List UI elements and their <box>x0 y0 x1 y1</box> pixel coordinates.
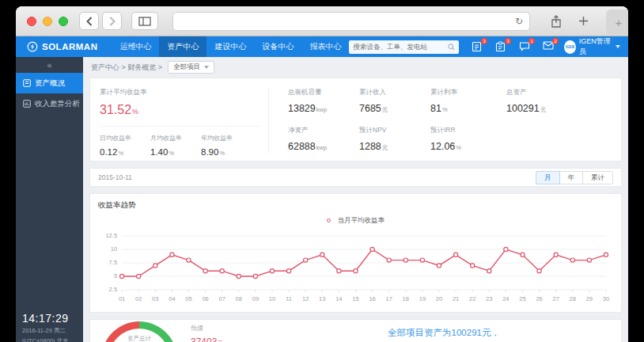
clipboard-icon <box>495 41 506 52</box>
new-tab-button[interactable]: + <box>606 10 628 35</box>
liabilities-block: 负债 37403元 资产 <box>191 324 223 342</box>
avatar: IGEN <box>564 40 576 54</box>
badge-count: 2 <box>552 38 559 44</box>
range-tab[interactable]: 年 <box>559 171 584 184</box>
stat-unit: 元 <box>382 106 388 113</box>
sidebar-item-label: 收入差异分析 <box>35 99 80 109</box>
mail-button[interactable]: 2 <box>543 41 555 52</box>
liabilities-value: 37403元 <box>191 336 223 342</box>
minimize-window-button[interactable] <box>43 17 52 26</box>
sidebar-toggle-button[interactable] <box>131 12 158 30</box>
svg-text:10: 10 <box>269 295 275 302</box>
browser-back-button[interactable] <box>79 12 99 30</box>
badge-count: 1 <box>528 38 535 44</box>
svg-text:2.5: 2.5 <box>109 287 117 294</box>
asset-donut-chart[interactable]: 资产总计 100291元 <box>101 321 177 342</box>
workorder-button[interactable]: 3 <box>495 41 507 52</box>
app-navbar: SOLARMAN 运维中心资产中心建设中心设备中心报表中心 3 3 1 <box>16 36 628 57</box>
close-window-button[interactable] <box>27 17 36 26</box>
stat-value: 81% <box>430 103 506 114</box>
primary-unit: % <box>132 108 138 116</box>
sub-stats-row: 日均收益率 0.12% 月均收益率 1.40% 年均收益率 8.90% <box>100 134 260 157</box>
stat-cell: 预计NPV1288元 <box>359 126 430 159</box>
sidebar-item-asset-overview[interactable]: 资产概况 <box>16 73 83 93</box>
search-icon[interactable] <box>448 44 455 51</box>
share-icon <box>551 15 562 28</box>
report-button[interactable]: 3 <box>472 41 483 52</box>
svg-text:20: 20 <box>436 295 442 302</box>
legend-label: 当月平均收益率 <box>337 216 385 224</box>
legend-marker-icon <box>327 218 331 222</box>
stat-label: 总资产 <box>506 88 612 97</box>
sub-stat-label: 月均收益率 <box>150 134 201 142</box>
date-picker[interactable]: 2015-10-11 <box>98 173 132 181</box>
nav-item[interactable]: 设备中心 <box>254 36 301 57</box>
breadcrumb[interactable]: 资产中心 > 财务概览 > <box>91 63 162 73</box>
clock-date: 2016-11-29 周二 <box>22 327 81 335</box>
address-bar[interactable]: ↻ <box>172 12 530 31</box>
svg-text:14: 14 <box>335 295 342 302</box>
line-chart[interactable]: 12.5107.552.5010203040506070809101112131… <box>98 228 613 310</box>
primary-value: 31.52 <box>100 103 131 116</box>
chart-legend[interactable]: 当月平均收益率 <box>98 213 613 227</box>
browser-forward-button[interactable] <box>102 12 122 30</box>
svg-text:08: 08 <box>236 295 242 302</box>
nav-item[interactable]: 运维中心 <box>112 36 159 57</box>
stat-cell: 累计收入7685元 <box>359 88 430 121</box>
clock-time: 14:17:29 <box>22 312 81 325</box>
stat-label: 累计利率 <box>430 88 506 97</box>
nav-item[interactable]: 资产中心 <box>159 36 206 57</box>
svg-text:30: 30 <box>603 295 609 302</box>
svg-text:27: 27 <box>552 295 559 302</box>
sub-stat-monthly: 月均收益率 1.40% <box>150 134 201 157</box>
share-button[interactable] <box>546 12 566 31</box>
primary-stat-label: 累计平均收益率 <box>100 88 260 97</box>
reload-icon[interactable]: ↻ <box>515 16 523 27</box>
value: 37403 <box>191 336 217 342</box>
liabilities-label: 负债 <box>191 324 223 332</box>
solarman-logo-icon <box>27 41 38 52</box>
nav-item[interactable]: 建设中心 <box>206 36 254 57</box>
svg-text:26: 26 <box>536 295 542 302</box>
svg-text:25: 25 <box>519 295 525 302</box>
badge-count: 3 <box>505 38 511 44</box>
chevron-left-icon <box>86 17 93 26</box>
stat-label: 预计NPV <box>359 126 430 135</box>
project-selector-dropdown[interactable]: 全部项目 <box>168 61 214 74</box>
screen-background: ↻ + SOLARMAN 运维中心资产中心建设中心设备中心报表中心 <box>0 0 644 342</box>
chevron-right-icon <box>109 17 116 26</box>
value: 8.90 <box>201 147 218 157</box>
svg-text:15: 15 <box>352 295 358 302</box>
sidebar-item-income-analysis[interactable]: 收入差异分析 <box>16 93 83 114</box>
nav-item[interactable]: 报表中心 <box>301 36 349 57</box>
brand[interactable]: SOLARMAN <box>27 41 97 52</box>
search-input[interactable] <box>353 43 448 51</box>
plus-icon <box>578 16 589 26</box>
range-tab[interactable]: 累计 <box>582 171 613 184</box>
nav-menu: 运维中心资产中心建设中心设备中心报表中心 <box>112 36 349 57</box>
range-tab[interactable]: 月 <box>536 171 560 184</box>
svg-text:29: 29 <box>586 295 593 302</box>
zoom-window-button[interactable] <box>59 17 68 26</box>
svg-text:04: 04 <box>169 295 175 302</box>
sub-stat-label: 日均收益率 <box>100 134 150 142</box>
svg-text:19: 19 <box>419 295 426 302</box>
svg-text:02: 02 <box>135 295 142 302</box>
range-segmented-control: 月年累计 <box>536 171 613 184</box>
stat-label: 净资产 <box>288 126 359 135</box>
message-button[interactable]: 1 <box>519 41 531 52</box>
stat-label: 总装机容量 <box>288 88 359 97</box>
sub-stat-value: 8.90% <box>201 147 252 157</box>
svg-text:16: 16 <box>369 295 375 302</box>
value: 1.40 <box>150 147 168 157</box>
user-menu[interactable]: IGEN IGEN管理员 <box>564 36 620 57</box>
svg-text:22: 22 <box>469 295 475 302</box>
summary-message-line1: 全部项目资产为100291元， <box>317 327 570 339</box>
sub-stat-daily: 日均收益率 0.12% <box>100 134 150 157</box>
stat-cell: 总资产100291元 <box>506 88 612 121</box>
sidebar-collapse-button[interactable]: « <box>16 57 83 73</box>
stat-cell: 净资产62888kwp <box>288 126 359 159</box>
stat-unit: % <box>442 106 448 113</box>
svg-text:12: 12 <box>302 295 309 302</box>
new-tab-plus-button[interactable] <box>573 12 593 31</box>
